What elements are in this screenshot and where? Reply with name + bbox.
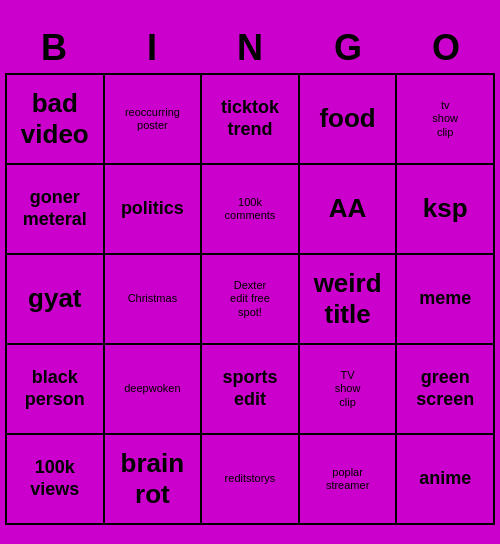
cell-18[interactable]: TV show clip [300, 345, 398, 435]
cell-8[interactable]: AA [300, 165, 398, 255]
header-g: G [304, 27, 392, 69]
cell-10[interactable]: gyat [7, 255, 105, 345]
header-i: I [108, 27, 196, 69]
cell-3[interactable]: food [300, 75, 398, 165]
bingo-grid: bad videoreoccurring posterticktok trend… [5, 73, 495, 525]
cell-16[interactable]: deepwoken [105, 345, 203, 435]
header-o: O [402, 27, 490, 69]
cell-5[interactable]: goner meteral [7, 165, 105, 255]
header-b: B [10, 27, 98, 69]
cell-12[interactable]: Dexter edit free spot! [202, 255, 300, 345]
bingo-header: B I N G O [5, 19, 495, 73]
cell-4[interactable]: tv show clip [397, 75, 495, 165]
header-n: N [206, 27, 294, 69]
cell-20[interactable]: 100k views [7, 435, 105, 525]
cell-6[interactable]: politics [105, 165, 203, 255]
cell-9[interactable]: ksp [397, 165, 495, 255]
bingo-card: B I N G O bad videoreoccurring postertic… [5, 19, 495, 525]
cell-1[interactable]: reoccurring poster [105, 75, 203, 165]
cell-13[interactable]: weird title [300, 255, 398, 345]
cell-23[interactable]: poplar streamer [300, 435, 398, 525]
cell-7[interactable]: 100k comments [202, 165, 300, 255]
cell-15[interactable]: black person [7, 345, 105, 435]
cell-17[interactable]: sports edit [202, 345, 300, 435]
cell-11[interactable]: Christmas [105, 255, 203, 345]
cell-0[interactable]: bad video [7, 75, 105, 165]
cell-21[interactable]: brain rot [105, 435, 203, 525]
cell-24[interactable]: anime [397, 435, 495, 525]
cell-14[interactable]: meme [397, 255, 495, 345]
cell-22[interactable]: reditstorys [202, 435, 300, 525]
cell-19[interactable]: green screen [397, 345, 495, 435]
cell-2[interactable]: ticktok trend [202, 75, 300, 165]
